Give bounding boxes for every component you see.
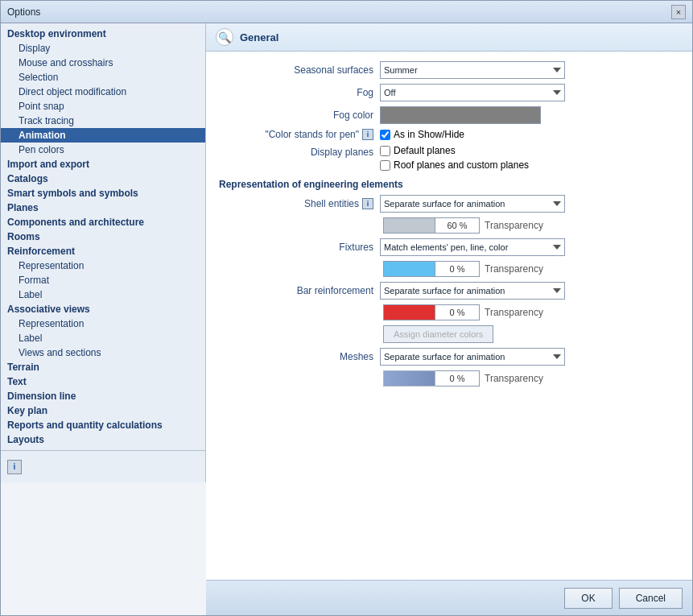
sidebar-item-animation[interactable]: Animation: [1, 128, 205, 143]
sidebar-item-assoc-views[interactable]: Associative views: [1, 302, 205, 316]
color-stands-label: "Color stands for pen": [265, 129, 359, 140]
sidebar-wrapper: Desktop environmentDisplayMouse and cros…: [1, 23, 206, 615]
sidebar-item-reports[interactable]: Reports and quantity calculations: [1, 418, 205, 432]
sidebar-item-mouse[interactable]: Mouse and crosshairs: [1, 56, 205, 70]
sidebar-item-text[interactable]: Text: [1, 374, 205, 389]
shell-entities-label: Shell entities: [304, 198, 359, 209]
sidebar-item-components[interactable]: Components and architecture: [1, 215, 205, 229]
sidebar-item-representation[interactable]: Representation: [1, 258, 205, 273]
roof-planes-row: Roof planes and custom planes: [380, 159, 529, 171]
assign-diameter-colors-button[interactable]: Assign diameter colors: [383, 325, 493, 343]
sidebar-item-key-plan[interactable]: Key plan: [1, 403, 205, 418]
sidebar-bottom: i: [1, 450, 206, 482]
default-planes-checkbox[interactable]: [380, 146, 390, 156]
bar-transparency-input[interactable]: [435, 304, 480, 320]
sidebar-item-dimension-line[interactable]: Dimension line: [1, 389, 205, 403]
main-header: 🔍 General: [206, 23, 692, 52]
sidebar-item-label2[interactable]: Label: [1, 331, 205, 345]
seasonal-surfaces-row: Seasonal surfaces Summer Winter: [219, 61, 679, 79]
fog-label: Fog: [219, 87, 380, 98]
bar-reinforcement-select[interactable]: Separate surface for animation Match ele…: [380, 282, 565, 300]
fog-row: Fog Off On: [219, 84, 679, 101]
meshes-transparency-row: Transparency: [383, 370, 679, 387]
fog-color-row: Fog color: [219, 106, 679, 124]
shell-entities-select[interactable]: Separate surface for animation Match ele…: [380, 195, 565, 213]
sidebar-item-track-tracing[interactable]: Track tracing: [1, 114, 205, 128]
fixtures-label: Fixtures: [219, 242, 380, 253]
bottom-bar: OK Cancel: [206, 580, 692, 615]
meshes-label: Meshes: [219, 351, 380, 362]
meshes-transparency-input[interactable]: [435, 370, 480, 387]
fixtures-transparency-input[interactable]: [435, 261, 480, 277]
meshes-row: Meshes Separate surface for animation Ma…: [219, 348, 679, 366]
display-planes-label: Display planes: [219, 145, 380, 158]
seasonal-surfaces-select[interactable]: Summer Winter: [380, 61, 565, 79]
fixtures-color-swatch[interactable]: [383, 261, 435, 277]
display-planes-row: Display planes Default planes Roof plane…: [219, 145, 679, 171]
sidebar-item-display[interactable]: Display: [1, 41, 205, 56]
sidebar-item-direct-mod[interactable]: Direct object modification: [1, 85, 205, 99]
meshes-select[interactable]: Separate surface for animation Match ele…: [380, 348, 565, 366]
sidebar-item-views-sections[interactable]: Views and sections: [1, 345, 205, 360]
shell-transparency-row: Transparency: [383, 217, 679, 234]
shell-entities-row: Shell entities i Separate surface for an…: [219, 195, 679, 213]
roof-planes-label: Roof planes and custom planes: [394, 159, 529, 171]
default-planes-row: Default planes: [380, 145, 529, 156]
sidebar-item-selection[interactable]: Selection: [1, 70, 205, 85]
settings-panel: Seasonal surfaces Summer Winter Fog Off …: [206, 52, 692, 580]
sidebar-item-terrain[interactable]: Terrain: [1, 360, 205, 374]
sidebar-item-format[interactable]: Format: [1, 273, 205, 287]
color-stands-row: "Color stands for pen" i As in Show/Hide: [219, 129, 679, 140]
default-planes-label: Default planes: [394, 145, 456, 156]
shell-transparency-input[interactable]: [435, 217, 480, 234]
main-content: Desktop environmentDisplayMouse and cros…: [1, 23, 692, 615]
bar-reinforcement-label: Bar reinforcement: [219, 285, 380, 296]
color-stands-text: As in Show/Hide: [394, 129, 464, 140]
sidebar-item-layouts[interactable]: Layouts: [1, 432, 205, 447]
sidebar-item-reinforcement[interactable]: Reinforcement: [1, 244, 205, 258]
meshes-color-swatch[interactable]: [383, 370, 435, 387]
ok-button[interactable]: OK: [564, 588, 612, 609]
window-title: Options: [7, 6, 671, 18]
roof-planes-checkbox[interactable]: [380, 160, 390, 171]
sidebar-item-import-export[interactable]: Import and export: [1, 157, 205, 172]
sidebar-item-smart-symbols[interactable]: Smart symbols and symbols: [1, 186, 205, 201]
fog-color-label: Fog color: [219, 110, 380, 121]
color-stands-checkbox-group: As in Show/Hide: [380, 129, 464, 140]
engineering-section-header: Representation of engineering elements: [219, 179, 679, 190]
search-icon[interactable]: 🔍: [216, 28, 233, 46]
sidebar-item-label[interactable]: Label: [1, 287, 205, 302]
sidebar-item-catalogs[interactable]: Catalogs: [1, 172, 205, 186]
sidebar-item-representation2[interactable]: Representation: [1, 316, 205, 331]
shell-info-icon[interactable]: i: [362, 198, 373, 209]
main-panel: 🔍 General Seasonal surfaces Summer Winte…: [206, 23, 692, 615]
color-stands-checkbox[interactable]: [380, 130, 390, 140]
fixtures-select[interactable]: Match elements' pen, line, color Separat…: [380, 238, 565, 256]
fixtures-transparency-label: Transparency: [485, 263, 543, 275]
fog-color-swatch[interactable]: [380, 106, 541, 124]
color-stands-info-icon[interactable]: i: [362, 129, 373, 140]
fixtures-row: Fixtures Match elements' pen, line, colo…: [219, 238, 679, 256]
close-button[interactable]: ×: [671, 5, 686, 19]
bar-color-swatch[interactable]: [383, 304, 435, 320]
sidebar-item-planes[interactable]: Planes: [1, 201, 205, 215]
sidebar-item-point-snap[interactable]: Point snap: [1, 99, 205, 114]
main-title: General: [240, 31, 278, 43]
fixtures-transparency-row: Transparency: [383, 261, 679, 277]
sidebar-item-rooms[interactable]: Rooms: [1, 229, 205, 244]
info-icon[interactable]: i: [7, 460, 22, 474]
fog-select[interactable]: Off On: [380, 84, 565, 101]
cancel-button[interactable]: Cancel: [619, 588, 683, 609]
options-window: Options × Desktop environmentDisplayMous…: [0, 0, 693, 616]
bar-transparency-label: Transparency: [485, 307, 543, 318]
seasonal-surfaces-label: Seasonal surfaces: [219, 64, 380, 76]
titlebar: Options ×: [1, 1, 692, 23]
shell-color-swatch[interactable]: [383, 217, 435, 234]
sidebar-item-pen-colors[interactable]: Pen colors: [1, 143, 205, 157]
bar-reinforcement-row: Bar reinforcement Separate surface for a…: [219, 282, 679, 300]
assign-btn-wrapper: Assign diameter colors: [219, 325, 679, 343]
shell-transparency-label: Transparency: [485, 220, 543, 231]
bar-transparency-row: Transparency: [383, 304, 679, 320]
meshes-transparency-label: Transparency: [485, 373, 543, 384]
sidebar-item-desktop-env[interactable]: Desktop environment: [1, 27, 205, 41]
